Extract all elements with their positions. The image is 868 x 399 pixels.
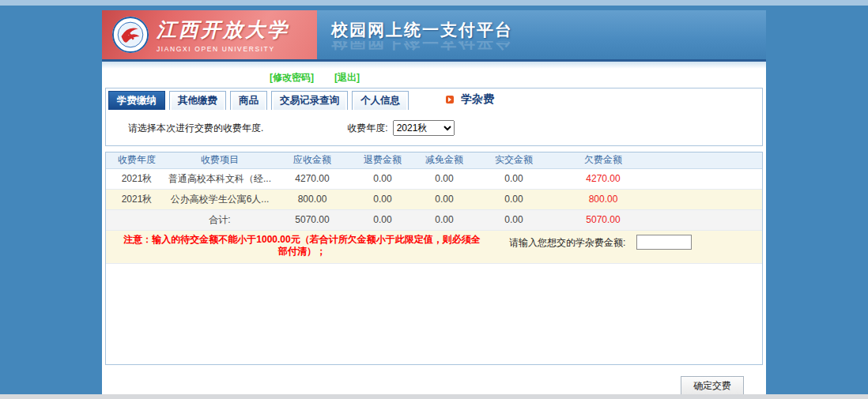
- cell-item: 普通高校本科文科（经...: [168, 168, 272, 189]
- table-row: 2021秋 普通高校本科文科（经... 4270.00 0.00 0.00 0.…: [106, 168, 763, 189]
- university-banner: 江西开放大学 JIANGXI OPEN UNIVERSITY: [102, 10, 317, 59]
- cell-item: 公办高校学生公寓6人...: [168, 189, 272, 209]
- cell-owed: 800.00: [552, 189, 655, 209]
- page-background: 江西开放大学 JIANGXI OPEN UNIVERSITY 校园网上统一支付平…: [0, 0, 868, 394]
- platform-title-area: 校园网上统一支付平台 校园网上统一支付平台: [317, 10, 766, 59]
- cell-refund: 0.00: [353, 168, 413, 189]
- table-row: 2021秋 公办高校学生公寓6人... 800.00 0.00 0.00 0.0…: [106, 189, 763, 209]
- university-name-en: JIANGXI OPEN UNIVERSITY: [157, 45, 289, 53]
- col-header-owed: 欠费金额: [552, 152, 655, 168]
- university-names: 江西开放大学 JIANGXI OPEN UNIVERSITY: [157, 17, 289, 53]
- cell-receivable: 800.00: [272, 189, 353, 209]
- main-container: 江西开放大学 JIANGXI OPEN UNIVERSITY 校园网上统一支付平…: [102, 10, 766, 394]
- cell-owed: 4270.00: [552, 168, 655, 189]
- logout-link[interactable]: [退出]: [334, 71, 360, 85]
- cell-paid: 0.00: [476, 189, 552, 209]
- cell-reduction: 0.00: [413, 189, 476, 209]
- platform-title-reflection: 校园网上统一支付平台: [331, 41, 766, 53]
- bottom-strip: [0, 394, 868, 399]
- platform-title: 校园网上统一支付平台: [331, 19, 766, 41]
- cell-year: 2021秋: [106, 189, 168, 209]
- fade-strip: [102, 62, 766, 69]
- change-password-link[interactable]: [修改密码]: [270, 71, 314, 85]
- cell-total-label: 合计:: [168, 209, 272, 230]
- header-banner: 江西开放大学 JIANGXI OPEN UNIVERSITY 校园网上统一支付平…: [102, 10, 766, 59]
- cell-year: 2021秋: [106, 168, 168, 189]
- tab-section: 学费缴纳 其他缴费 商品 交易记录查询 个人信息 学杂费 请选择本次进行交费的收…: [105, 88, 763, 146]
- warning-prefix: 注意：输入的待交金额不能小于: [123, 234, 256, 245]
- cell-refund: 0.00: [353, 209, 413, 230]
- tab-tuition-payment[interactable]: 学费缴纳: [108, 91, 165, 110]
- cell-owed: 5070.00: [552, 209, 655, 230]
- tab-transaction-history[interactable]: 交易记录查询: [271, 91, 348, 110]
- tab-personal-info[interactable]: 个人信息: [352, 91, 409, 110]
- table-total-row: 合计: 5070.00 0.00 0.00 0.00 5070.00: [106, 209, 763, 230]
- cell-year: [106, 209, 168, 230]
- cell-reduction: 0.00: [413, 209, 476, 230]
- university-logo-icon: [111, 16, 149, 54]
- year-select-label: 收费年度:: [347, 122, 387, 135]
- fee-table: 收费年度 收费项目 应收金额 退费金额 减免金额 实交金额 欠费金额 2021: [106, 152, 763, 231]
- payment-notice-row: 注意：输入的待交金额不能小于1000.00元（若合计所欠金额小于此限定值，则必须…: [106, 231, 762, 264]
- cell-receivable: 4270.00: [272, 168, 353, 189]
- footer-actions: 确定交费: [102, 376, 766, 396]
- col-header-receivable: 应收金额: [272, 152, 353, 168]
- cell-refund: 0.00: [353, 189, 413, 209]
- table-header-row: 收费年度 收费项目 应收金额 退费金额 减免金额 实交金额 欠费金额: [106, 152, 763, 168]
- tab-goods[interactable]: 商品: [230, 91, 267, 110]
- cell-reduction: 0.00: [413, 168, 476, 189]
- university-name-cn: 江西开放大学: [157, 17, 289, 43]
- fee-table-section: 收费年度 收费项目 应收金额 退费金额 减免金额 实交金额 欠费金额 2021: [105, 152, 763, 365]
- section-badge: 学杂费: [446, 92, 494, 107]
- col-header-filler: [655, 152, 763, 168]
- fee-year-select[interactable]: 2021秋: [393, 120, 455, 136]
- cell-paid: 0.00: [476, 168, 552, 189]
- col-header-paid: 实交金额: [476, 152, 552, 168]
- minimum-amount-warning: 注意：输入的待交金额不能小于1000.00元（若合计所欠金额小于此限定值，则必须…: [123, 234, 481, 258]
- cell-paid: 0.00: [476, 209, 552, 230]
- col-header-item: 收费项目: [168, 152, 272, 168]
- account-links-row: [修改密码] [退出]: [102, 69, 766, 86]
- tab-other-payment[interactable]: 其他缴费: [169, 91, 226, 110]
- col-header-year: 收费年度: [106, 152, 168, 168]
- section-bullet-icon: [446, 96, 454, 104]
- content-panel: [修改密码] [退出] 学费缴纳 其他缴费 商品 交易记录查询 个人信息 学杂费: [102, 62, 766, 394]
- col-header-refund: 退费金额: [353, 152, 413, 168]
- confirm-payment-button[interactable]: 确定交费: [681, 376, 744, 396]
- section-badge-label: 学杂费: [461, 92, 494, 107]
- fee-amount-input[interactable]: [636, 235, 692, 250]
- warning-amount: 1000.00: [256, 234, 290, 245]
- year-select-prompt: 请选择本次进行交费的收费年度.: [128, 122, 263, 135]
- tab-bar: 学费缴纳 其他缴费 商品 交易记录查询 个人信息 学杂费: [106, 88, 762, 110]
- col-header-reduction: 减免金额: [413, 152, 476, 168]
- warning-suffix: 元（若合计所欠金额小于此限定值，则必须全部付清）；: [278, 234, 481, 257]
- top-strip: [0, 0, 868, 6]
- year-select-row: 请选择本次进行交费的收费年度. 收费年度: 2021秋: [106, 120, 762, 136]
- cell-receivable: 5070.00: [272, 209, 353, 230]
- fee-amount-input-label: 请输入您想交的学杂费金额:: [509, 234, 625, 250]
